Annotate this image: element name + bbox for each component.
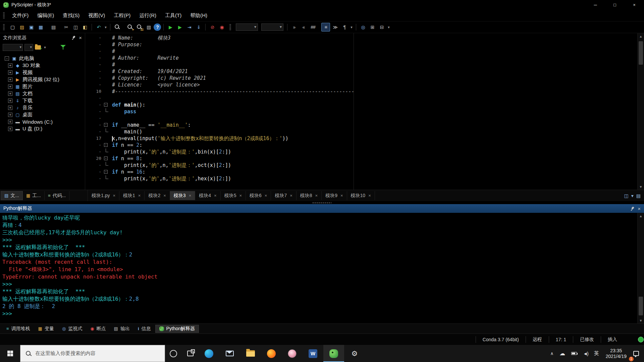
- editor-list-icon[interactable]: ◫: [624, 193, 629, 198]
- editor-tab-模块1.py[interactable]: 模块1.py×: [88, 191, 119, 200]
- panel-tab-breakpoints[interactable]: ◉断点: [87, 325, 109, 333]
- tree-item[interactable]: +▬U 盘 (D:): [0, 125, 85, 132]
- code-line[interactable]: ·-if __name__ == '__main__':: [85, 122, 637, 128]
- panel-tab-output[interactable]: ▤输出: [110, 325, 133, 333]
- gutter-number[interactable]: ·: [85, 175, 103, 182]
- taskbar-clock[interactable]: 23:35 2021/4/19: [602, 345, 630, 362]
- interpreter-pin-icon[interactable]: [630, 206, 635, 211]
- code-line[interactable]: ·# Copyright: (c) Rewrite 2021: [85, 75, 637, 81]
- gutter-number[interactable]: 20: [85, 155, 103, 162]
- console-scrollbar-thumb[interactable]: [639, 297, 643, 315]
- line-numbers-icon[interactable]: ≡: [321, 23, 330, 32]
- onedrive-cloud-icon[interactable]: ☁: [556, 345, 568, 362]
- menu-item-1[interactable]: 文件(F): [8, 10, 33, 21]
- code-line[interactable]: ·#: [85, 61, 637, 68]
- editor-tab-模块2[interactable]: 模块2×: [145, 191, 170, 200]
- clear-breakpoints-icon[interactable]: ⊘: [208, 23, 217, 32]
- outdent-icon[interactable]: «: [299, 23, 308, 32]
- gutter-number[interactable]: ·: [85, 81, 103, 88]
- panel-tab-variables[interactable]: ▦变量: [35, 325, 58, 333]
- new-module-icon[interactable]: ▤: [636, 193, 641, 198]
- fold-marker[interactable]: [103, 162, 109, 169]
- fold-marker[interactable]: -: [103, 122, 109, 128]
- gutter-number[interactable]: 10: [85, 88, 103, 95]
- gutter-number[interactable]: ·: [85, 95, 103, 102]
- find-next-icon[interactable]: ▸: [125, 23, 134, 32]
- splitter-handle[interactable]: [313, 202, 331, 203]
- horizontal-splitter[interactable]: [0, 201, 644, 204]
- gutter-number[interactable]: ·: [85, 162, 103, 169]
- tree-item[interactable]: +▶视频: [0, 69, 85, 76]
- python-console[interactable]: 猜早啦，你的lucky day还早呢再猜：4三次机会已经用尽,17号才是你5月的…: [0, 213, 644, 323]
- fold-collapse-icon[interactable]: -: [104, 170, 108, 174]
- tree-item[interactable]: +♪音乐: [0, 104, 85, 111]
- tree-item[interactable]: +◆3D 对象: [0, 62, 85, 69]
- view-dropdown[interactable]: [24, 44, 33, 51]
- code-line[interactable]: ·# Purpose:: [85, 41, 637, 48]
- code-line[interactable]: ·-if n == 2:: [85, 142, 637, 148]
- code-line[interactable]: · pass: [85, 108, 637, 115]
- cortana-button[interactable]: [165, 345, 182, 362]
- fold-marker[interactable]: [103, 128, 109, 135]
- fold-collapse-icon[interactable]: -: [104, 103, 108, 107]
- paste-icon[interactable]: ◧: [80, 23, 89, 32]
- close-tab-icon[interactable]: ×: [163, 193, 166, 198]
- tree-item-this-pc[interactable]: -▣此电脑: [0, 55, 85, 62]
- menu-item-2[interactable]: 编辑(E): [33, 10, 58, 21]
- scroll-up-icon[interactable]: ▲: [638, 33, 644, 39]
- gutter-number[interactable]: ·: [85, 35, 103, 41]
- console-scrollbar[interactable]: ▲ ▼: [637, 213, 644, 323]
- open-file-icon[interactable]: ▨: [17, 23, 26, 32]
- panel-tab-call-stack[interactable]: ≡调用堆栈: [3, 325, 34, 333]
- settings-icon[interactable]: ⚙: [344, 345, 365, 362]
- side-tab-代码...[interactable]: ≡代码...: [45, 191, 69, 200]
- fold-marker[interactable]: -: [103, 142, 109, 148]
- editor-tab-模块10[interactable]: 模块10×: [347, 191, 375, 200]
- editor-tab-模块7[interactable]: 模块7×: [271, 191, 296, 200]
- code-line[interactable]: ·# Author: Rewrite: [85, 55, 637, 61]
- table-icon[interactable]: ⊞: [368, 23, 377, 32]
- toggle-breakpoint-icon[interactable]: ◉: [217, 23, 226, 32]
- start-button[interactable]: [0, 345, 20, 362]
- ime-indicator[interactable]: 英: [591, 345, 602, 362]
- fold-collapse-icon[interactable]: -: [104, 143, 108, 147]
- close-tab-icon[interactable]: ×: [340, 193, 343, 198]
- copy-icon[interactable]: ◫: [71, 23, 80, 32]
- word-icon[interactable]: W: [303, 345, 323, 362]
- editor-tab-模块1[interactable]: 模块1×: [119, 191, 145, 200]
- fold-marker[interactable]: -: [103, 102, 109, 108]
- expand-toggle-icon[interactable]: +: [8, 63, 12, 68]
- browser-icon[interactable]: ◎: [359, 23, 367, 32]
- gutter-number[interactable]: ·: [85, 102, 103, 108]
- hidden-icons-chevron[interactable]: ∧: [547, 345, 557, 362]
- fold-marker[interactable]: [103, 175, 109, 182]
- volume-icon[interactable]: ◄): [580, 345, 591, 362]
- gutter-number[interactable]: ·: [85, 55, 103, 61]
- expand-toggle-icon[interactable]: +: [8, 113, 12, 117]
- gutter-number[interactable]: ·: [85, 122, 103, 128]
- gutter-number[interactable]: ·: [85, 68, 103, 75]
- scroll-down-icon[interactable]: ▼: [638, 184, 644, 190]
- gutter-number[interactable]: ·: [85, 169, 103, 175]
- expand-toggle-icon[interactable]: +: [8, 106, 12, 110]
- taskbar-search[interactable]: 在这里输入你要搜索的内容: [20, 345, 165, 362]
- expand-toggle-icon[interactable]: +: [8, 84, 12, 89]
- tree-item[interactable]: +▶腾讯视频 (32 位): [0, 76, 85, 83]
- notification-center-button[interactable]: 1: [630, 345, 642, 362]
- editor-tab-模块3[interactable]: 模块3×: [170, 191, 195, 200]
- undo-icon[interactable]: ↶: [94, 23, 103, 32]
- expand-toggle-icon[interactable]: +: [8, 99, 12, 103]
- print-icon[interactable]: ▤: [49, 23, 58, 32]
- code-line[interactable]: 17x,n=eval(input('输入十进制整数x和想要转换的进制n（2或8或…: [85, 135, 637, 142]
- console-scroll-up-icon[interactable]: ▲: [638, 213, 644, 219]
- avatar-app-icon[interactable]: [282, 345, 303, 362]
- scrollbar-thumb[interactable]: [639, 41, 643, 65]
- gutter-number[interactable]: ·: [85, 108, 103, 115]
- side-tab-文...[interactable]: ▤文...: [1, 191, 23, 200]
- code-line[interactable]: ·# Name: 模块3: [85, 35, 637, 41]
- export-icon[interactable]: ⊟: [377, 23, 386, 32]
- help-icon[interactable]: ?: [154, 23, 161, 31]
- side-tab-工...[interactable]: ▦工...: [23, 191, 45, 200]
- code-line[interactable]: ·# Licence: <your licence>: [85, 81, 637, 88]
- gutter-number[interactable]: ·: [85, 128, 103, 135]
